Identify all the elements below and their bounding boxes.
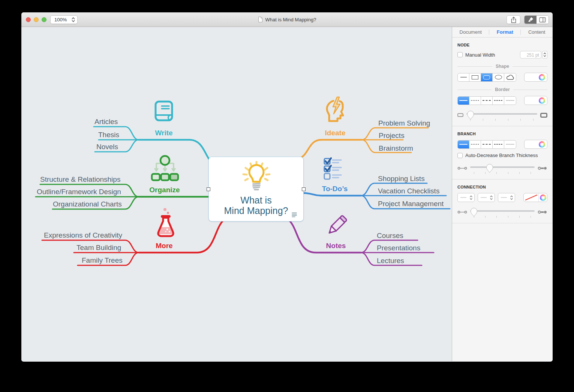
tab-format[interactable]: Format (497, 29, 513, 35)
connection-start-style-stepper[interactable] (457, 193, 475, 202)
stepper-chevrons-icon[interactable] (71, 16, 75, 23)
subtopic-articles[interactable]: Articles (94, 118, 118, 126)
branch-color-well[interactable] (524, 140, 547, 149)
color-wheel-icon[interactable] (539, 97, 545, 104)
book-icon (154, 100, 174, 122)
connection-width-track[interactable] (470, 210, 535, 212)
pencil-icon (326, 214, 347, 237)
app-window: 100% What is Mind Mapping? (21, 12, 553, 362)
branch-thickness-track[interactable] (470, 166, 535, 168)
color-wheel-icon[interactable] (539, 74, 545, 81)
branch-thickness-slider-row (457, 163, 547, 174)
branch-stroke-dashed[interactable] (481, 141, 493, 148)
window-title-area: What is Mind Mapping? (258, 12, 316, 27)
manual-width-checkbox[interactable] (457, 52, 463, 57)
node-section-header: NODE (457, 43, 547, 47)
tab-content[interactable]: Content (528, 29, 546, 35)
topic-write[interactable]: Write (155, 129, 172, 137)
subtopic-vacation-checklists[interactable]: Vacation Checklists (378, 187, 439, 195)
shape-option-line[interactable] (458, 73, 469, 81)
shape-group: Shape (457, 64, 547, 69)
connection-middle-style-stepper[interactable] (478, 193, 495, 202)
manual-width-stepper[interactable] (542, 51, 547, 58)
border-color-well[interactable] (524, 96, 547, 105)
auto-decrease-checkbox[interactable] (457, 153, 463, 158)
shape-option-cloud[interactable] (504, 73, 516, 81)
panel-toggle-button[interactable] (537, 16, 549, 24)
border-group-label: Border (495, 87, 510, 92)
connection-width-slider-row (457, 206, 547, 218)
subtopic-project-management[interactable]: Project Management (378, 200, 444, 208)
branch-stroke-dotted[interactable] (469, 141, 481, 148)
thick-branch-icon (538, 166, 547, 171)
branch-ideate-lines[interactable] (298, 128, 428, 159)
branch-stroke-solid[interactable] (458, 141, 469, 148)
connection-color-well[interactable] (523, 193, 547, 202)
mindmap-canvas[interactable]: Write Organize More Ideate To-Do’s Notes… (21, 27, 452, 361)
subtopic-expressions-of-creativity[interactable]: Expressions of Creativity (44, 231, 122, 239)
subtopic-structure-relationships[interactable]: Structure & Relationships (40, 175, 120, 184)
color-wheel-icon[interactable] (540, 195, 546, 201)
tab-document[interactable]: Document (460, 29, 482, 35)
org-chart-icon (149, 155, 181, 183)
subtopic-courses[interactable]: Courses (377, 232, 403, 240)
subtopic-thesis[interactable]: Thesis (98, 131, 119, 139)
color-wheel-icon[interactable] (539, 141, 545, 148)
selection-handle-right[interactable] (302, 187, 306, 191)
border-width-track[interactable] (466, 113, 537, 115)
document-icon (258, 16, 263, 22)
zoom-value: 100% (54, 17, 71, 22)
thick-border-icon (540, 113, 547, 118)
subtopic-team-building[interactable]: Team Building (76, 244, 121, 252)
shape-option-ellipse[interactable] (493, 73, 504, 81)
border-stroke-fine-dotted[interactable] (504, 97, 516, 105)
topic-todos[interactable]: To-Do’s (322, 185, 348, 193)
minimize-button[interactable] (34, 17, 39, 22)
subtopic-family-trees[interactable]: Family Trees (82, 256, 123, 265)
subtopic-presentations[interactable]: Presentations (377, 244, 420, 252)
border-stroke-solid[interactable] (458, 97, 469, 105)
border-stroke-dashed[interactable] (481, 97, 493, 105)
topic-organize[interactable]: Organize (149, 186, 180, 194)
shape-option-rounded-rectangle[interactable] (481, 73, 493, 81)
subtopic-outline-framework-design[interactable]: Outline/Framework Design (37, 188, 121, 196)
lightbulb-icon (241, 159, 272, 194)
share-button[interactable] (507, 15, 520, 24)
subtopic-brainstorm[interactable]: Brainstorm (379, 144, 413, 153)
branch-stroke-fine-dotted[interactable] (504, 141, 516, 148)
topic-ideate[interactable]: Ideate (325, 129, 346, 137)
toolbar-segmented-control (524, 15, 549, 24)
shape-option-rectangle[interactable] (469, 73, 481, 81)
connection-end-style-stepper[interactable] (498, 193, 515, 202)
border-stroke-long-dashed[interactable] (493, 97, 504, 105)
subtopic-problem-solving[interactable]: Problem Solving (378, 119, 430, 127)
note-indicator-icon[interactable] (292, 212, 297, 217)
branch-notes-lines[interactable] (288, 219, 434, 265)
share-icon (511, 16, 517, 23)
central-node[interactable]: What is Mind Mapping? (208, 157, 304, 221)
window-title: What is Mind Mapping? (265, 17, 316, 22)
manual-width-field[interactable] (520, 51, 541, 58)
border-stroke-dotted[interactable] (469, 97, 481, 105)
traffic-lights (26, 17, 46, 22)
central-topic-line2: Mind Mapping? (209, 205, 303, 216)
inspector-tabs: Document Format Content (452, 27, 553, 37)
branch-stroke-long-dashed[interactable] (493, 141, 504, 148)
thick-connection-icon (538, 210, 547, 214)
subtopic-projects[interactable]: Projects (379, 132, 405, 140)
subtopic-lectures[interactable]: Lectures (377, 257, 404, 265)
connection-section-header: CONNECTION (457, 185, 547, 189)
zoom-window-button[interactable] (42, 17, 46, 22)
zoom-stepper[interactable]: 100% (50, 15, 78, 24)
close-button[interactable] (26, 17, 31, 22)
topic-more[interactable]: More (156, 242, 172, 250)
topic-notes[interactable]: Notes (326, 242, 346, 250)
selection-handle-left[interactable] (207, 187, 210, 191)
branch-more-lines[interactable] (42, 219, 225, 265)
format-inspector-button[interactable] (525, 16, 537, 24)
subtopic-novels[interactable]: Novels (96, 143, 118, 151)
node-fill-color-well[interactable] (524, 73, 547, 82)
branch-stroke-segmented-control (457, 140, 516, 149)
subtopic-organizational-charts[interactable]: Organizational Charts (53, 200, 122, 208)
subtopic-shopping-lists[interactable]: Shopping Lists (378, 175, 425, 183)
